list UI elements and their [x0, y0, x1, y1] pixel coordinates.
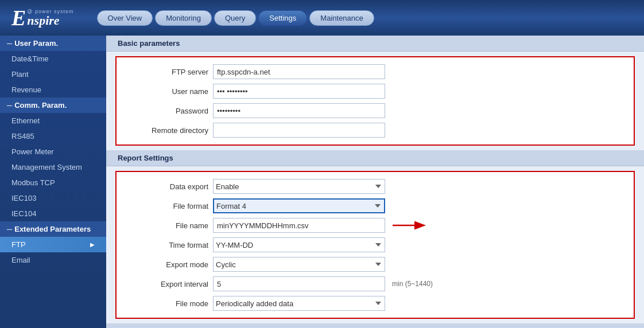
- header: E @ power system nspire Over ViewMonitor…: [0, 0, 644, 36]
- sidebar-item-iec104[interactable]: IEC104: [0, 206, 106, 221]
- arrow-indicator: [390, 220, 430, 231]
- sidebar: ─ User Param.Date&TimePlantRevenue─ Comm…: [0, 36, 106, 328]
- sidebar-item-power-meter[interactable]: Power Meter: [0, 144, 106, 159]
- export-interval-input[interactable]: [213, 276, 385, 291]
- sidebar-item-iec103[interactable]: IEC103: [0, 190, 106, 206]
- password-row: Password: [117, 101, 634, 120]
- logo-text: @ power system nspire: [27, 9, 73, 27]
- sidebar-section-comm-param[interactable]: ─ Comm. Param.: [0, 97, 106, 113]
- params-area: FTP server User name Password Remote dir…: [115, 56, 635, 146]
- sidebar-collapse-icon: ─: [7, 101, 12, 110]
- sidebar-item-ftp[interactable]: FTP: [0, 237, 106, 252]
- data-export-label: Data export: [128, 182, 208, 191]
- password-input[interactable]: [213, 103, 385, 118]
- nav-tab-monitoring[interactable]: Monitoring: [155, 10, 212, 26]
- file-mode-label: File mode: [128, 299, 208, 308]
- file-name-label: File name: [128, 221, 208, 230]
- export-mode-label: Export mode: [128, 260, 208, 269]
- data-export-row: Data export Enable Disable: [117, 177, 634, 196]
- file-mode-row: File mode Periodically added data Overwr…: [117, 294, 634, 313]
- time-format-row: Time format YY-MM-DD MM-DD-YY DD-MM-YY: [117, 235, 634, 255]
- main-nav: Over ViewMonitoringQuerySettingsMaintena…: [97, 10, 374, 26]
- logo: E @ power system nspire: [11, 7, 74, 29]
- file-format-label: File format: [128, 202, 208, 210]
- file-mode-select[interactable]: Periodically added data Overwrite: [213, 296, 385, 311]
- user-name-row: User name: [117, 81, 634, 101]
- nav-tab-overview[interactable]: Over View: [97, 10, 153, 26]
- sidebar-collapse-icon: ─: [7, 225, 12, 233]
- main-layout: ─ User Param.Date&TimePlantRevenue─ Comm…: [0, 36, 644, 328]
- remote-dir-label: Remote directory: [128, 126, 208, 135]
- sidebar-collapse-icon: ─: [7, 39, 12, 48]
- file-name-wrapper: [213, 218, 430, 233]
- password-label: Password: [128, 107, 208, 115]
- basic-params-title: Basic parameters: [106, 36, 644, 52]
- nav-tab-settings[interactable]: Settings: [258, 10, 307, 26]
- file-format-select[interactable]: Format 4 Format 1 Format 2 Format 3: [213, 198, 385, 213]
- logo-nspire-text: nspire: [27, 14, 73, 27]
- time-format-select[interactable]: YY-MM-DD MM-DD-YY DD-MM-YY: [213, 237, 385, 252]
- ftp-server-label: FTP server: [128, 68, 208, 76]
- export-mode-select[interactable]: Cyclic Once: [213, 257, 385, 272]
- file-format-row: File format Format 4 Format 1 Format 2 F…: [117, 196, 634, 216]
- sidebar-item-management-system[interactable]: Management System: [0, 159, 106, 175]
- sidebar-item-plant[interactable]: Plant: [0, 67, 106, 82]
- sidebar-item-rs485[interactable]: RS485: [0, 128, 106, 144]
- sidebar-item-modbus-tcp[interactable]: Modbus TCP: [0, 175, 106, 190]
- red-arrow-icon: [390, 220, 430, 231]
- sidebar-item-email[interactable]: Email: [0, 252, 106, 268]
- report-params-area: Data export Enable Disable File format F…: [115, 171, 635, 319]
- time-format-label: Time format: [128, 241, 208, 249]
- sidebar-item-revenue[interactable]: Revenue: [0, 82, 106, 97]
- file-name-input[interactable]: [213, 218, 385, 233]
- nav-tab-maintenance[interactable]: Maintenance: [309, 10, 374, 26]
- export-interval-hint: min (5~1440): [392, 280, 433, 288]
- data-export-select[interactable]: Enable Disable: [213, 179, 385, 194]
- sidebar-section-extended-params[interactable]: ─ Extended Parameters: [0, 221, 106, 237]
- remote-dir-row: Remote directory: [117, 120, 634, 140]
- report-settings-title: Report Settings: [106, 150, 644, 166]
- user-name-label: User name: [128, 87, 208, 96]
- nav-tab-query[interactable]: Query: [214, 10, 256, 26]
- latest-report-title: Latest Report Status: [106, 323, 644, 328]
- ftp-server-row: FTP server: [117, 62, 634, 81]
- export-mode-row: Export mode Cyclic Once: [117, 255, 634, 274]
- remote-dir-input[interactable]: [213, 123, 385, 138]
- user-name-input[interactable]: [213, 84, 385, 99]
- export-interval-label: Export interval: [128, 280, 208, 288]
- ftp-server-input[interactable]: [213, 64, 385, 79]
- logo-e-letter: E: [11, 7, 26, 29]
- export-interval-row: Export interval min (5~1440): [117, 274, 634, 294]
- sidebar-section-user-param[interactable]: ─ User Param.: [0, 36, 106, 51]
- sidebar-item-date-time[interactable]: Date&Time: [0, 51, 106, 67]
- content-area: Basic parameters FTP server User name Pa…: [106, 36, 644, 328]
- file-name-row: File name: [117, 216, 634, 235]
- sidebar-item-ethernet[interactable]: Ethernet: [0, 113, 106, 128]
